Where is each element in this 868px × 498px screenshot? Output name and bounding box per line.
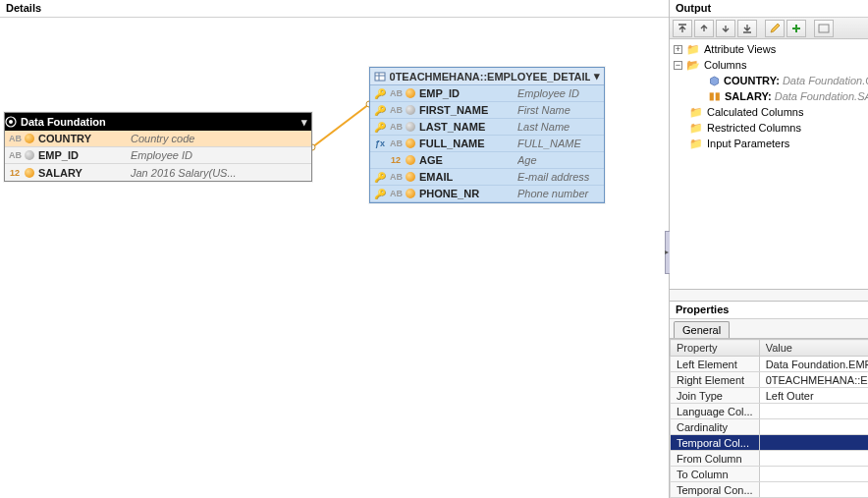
property-value[interactable] xyxy=(759,467,868,482)
properties-title: Properties xyxy=(670,302,868,319)
column-desc: Country code xyxy=(131,133,307,144)
tree-detail: Data Foundation.SALA xyxy=(775,90,868,102)
tree-node-calculated[interactable]: 📁 Calculated Columns xyxy=(674,104,868,120)
datatype-icon: AB xyxy=(390,138,402,148)
property-row[interactable]: Temporal Col... xyxy=(671,435,869,451)
folder-icon: 📁 xyxy=(686,41,700,57)
output-tree[interactable]: + 📁 Attribute Views − 📂 Columns COUNTRY:… xyxy=(670,39,868,289)
col-header-property[interactable]: Property xyxy=(671,340,760,357)
property-key: From Column xyxy=(671,451,760,467)
property-value[interactable] xyxy=(759,404,868,419)
expand-icon[interactable]: + xyxy=(674,45,682,54)
column-name: SALARY xyxy=(38,167,127,179)
table-row[interactable]: 🔑ABLAST_NAMELast Name xyxy=(370,119,604,136)
formula-icon: ƒх xyxy=(374,138,386,148)
svg-rect-8 xyxy=(819,25,829,32)
tree-node-attribute-views[interactable]: + 📁 Attribute Views xyxy=(674,41,868,57)
property-value[interactable]: Data Foundation.EMP... xyxy=(759,357,868,372)
tree-node-restricted[interactable]: 📁 Restricted Columns xyxy=(674,120,868,136)
properties-grid[interactable]: Property Value Left ElementData Foundati… xyxy=(670,339,868,498)
tree-node-country[interactable]: COUNTRY: Data Foundation.COL xyxy=(674,73,868,88)
property-row[interactable]: Temporal Con... xyxy=(671,482,869,498)
property-row[interactable]: Cardinality xyxy=(671,419,869,435)
tree-node-input-params[interactable]: 📁 Input Parameters xyxy=(674,136,868,151)
svg-point-1 xyxy=(312,144,315,150)
property-value[interactable]: Left Outer xyxy=(759,388,868,404)
tree-label: SALARY: xyxy=(725,90,772,102)
datatype-icon: AB xyxy=(9,134,21,143)
up-button[interactable] xyxy=(694,20,714,37)
to-bottom-button[interactable] xyxy=(737,20,757,37)
key-icon: 🔑 xyxy=(374,105,386,116)
column-name: LAST_NAME xyxy=(419,121,514,133)
details-panel: Details Data Foundation ▾ ABCOUNTRYCount… xyxy=(0,0,670,498)
table-row[interactable]: 🔑ABEMP_IDEmployee ID xyxy=(370,85,604,102)
property-row[interactable]: From Column xyxy=(671,451,869,467)
collapse-handle[interactable] xyxy=(665,231,670,274)
table-row[interactable]: 12AGEAge xyxy=(370,152,604,169)
data-foundation-box[interactable]: Data Foundation ▾ ABCOUNTRYCountry codeA… xyxy=(4,112,312,182)
property-row[interactable]: Right Element0TEACHMEHANA::EM... xyxy=(671,372,869,388)
status-dot-icon xyxy=(406,138,415,148)
collapse-arrow-icon[interactable]: ▾ xyxy=(301,116,307,129)
table-row[interactable]: 12SALARYJan 2016 Salary(US... xyxy=(5,164,311,181)
datatype-icon: AB xyxy=(390,122,402,132)
status-dot-icon xyxy=(406,172,415,182)
tree-label: COUNTRY: xyxy=(724,75,780,86)
column-desc: First Name xyxy=(517,104,600,116)
property-value[interactable] xyxy=(759,451,868,467)
join-connector[interactable] xyxy=(312,96,371,165)
employee-header[interactable]: 0TEACHMEHANA::EMPLOYEE_DETAILS ▾ xyxy=(370,68,604,85)
property-key: Cardinality xyxy=(671,419,760,435)
add-button[interactable] xyxy=(787,20,806,37)
to-top-button[interactable] xyxy=(673,20,692,37)
datatype-icon: 12 xyxy=(390,155,402,165)
collapse-arrow-icon[interactable]: ▾ xyxy=(594,70,600,83)
foundation-header[interactable]: Data Foundation ▾ xyxy=(5,113,311,131)
canvas[interactable]: Data Foundation ▾ ABCOUNTRYCountry codeA… xyxy=(0,18,669,496)
status-dot-icon xyxy=(406,122,415,132)
table-row[interactable]: ABEMP_IDEmployee ID xyxy=(5,147,311,164)
table-row[interactable]: ABCOUNTRYCountry code xyxy=(5,131,311,147)
tab-general[interactable]: General xyxy=(674,321,730,338)
property-value[interactable] xyxy=(759,482,868,498)
edit-button[interactable] xyxy=(765,20,785,37)
view-button[interactable] xyxy=(814,20,834,37)
tree-node-salary[interactable]: ▮▮ SALARY: Data Foundation.SALA xyxy=(674,88,868,104)
svg-point-4 xyxy=(9,120,13,124)
table-row[interactable]: 🔑ABPHONE_NRPhone number xyxy=(370,186,604,202)
svg-line-0 xyxy=(312,104,369,147)
col-header-value[interactable]: Value xyxy=(759,340,868,357)
property-value[interactable]: 0TEACHMEHANA::EM... xyxy=(759,372,868,388)
table-row[interactable]: 🔑ABEMAILE-mail address xyxy=(370,169,604,186)
table-row[interactable]: 🔑ABFIRST_NAMEFirst Name xyxy=(370,102,604,119)
tree-label: Calculated Columns xyxy=(707,104,803,120)
status-dot-icon xyxy=(406,155,415,165)
property-row[interactable]: To Column xyxy=(671,467,869,482)
folder-icon: 📁 xyxy=(689,104,703,120)
details-title: Details xyxy=(0,0,669,18)
folder-open-icon: 📂 xyxy=(686,57,700,73)
datatype-icon: AB xyxy=(390,172,402,182)
property-row[interactable]: Language Col... xyxy=(671,404,869,419)
down-button[interactable] xyxy=(716,20,735,37)
key-icon: 🔑 xyxy=(374,122,386,133)
property-value[interactable] xyxy=(759,419,868,435)
property-row[interactable]: Join TypeLeft Outer xyxy=(671,388,869,404)
collapse-icon[interactable]: − xyxy=(674,61,682,70)
output-toolbar xyxy=(670,18,868,39)
employee-details-box[interactable]: 0TEACHMEHANA::EMPLOYEE_DETAILS ▾ 🔑ABEMP_… xyxy=(369,67,605,203)
datatype-icon: AB xyxy=(390,88,402,98)
column-desc: E-mail address xyxy=(517,171,600,183)
status-dot-icon xyxy=(406,88,415,98)
tree-detail: Data Foundation.COL xyxy=(783,75,868,86)
property-row[interactable]: Left ElementData Foundation.EMP... xyxy=(671,357,869,372)
tree-node-columns[interactable]: − 📂 Columns xyxy=(674,57,868,73)
property-key: Join Type xyxy=(671,388,760,404)
property-key: Left Element xyxy=(671,357,760,372)
table-row[interactable]: ƒхABFULL_NAMEFULL_NAME xyxy=(370,136,604,152)
column-desc: Jan 2016 Salary(US... xyxy=(131,167,307,179)
measure-icon: ▮▮ xyxy=(709,88,721,104)
datatype-icon: 12 xyxy=(9,168,21,178)
property-value[interactable] xyxy=(759,435,868,451)
